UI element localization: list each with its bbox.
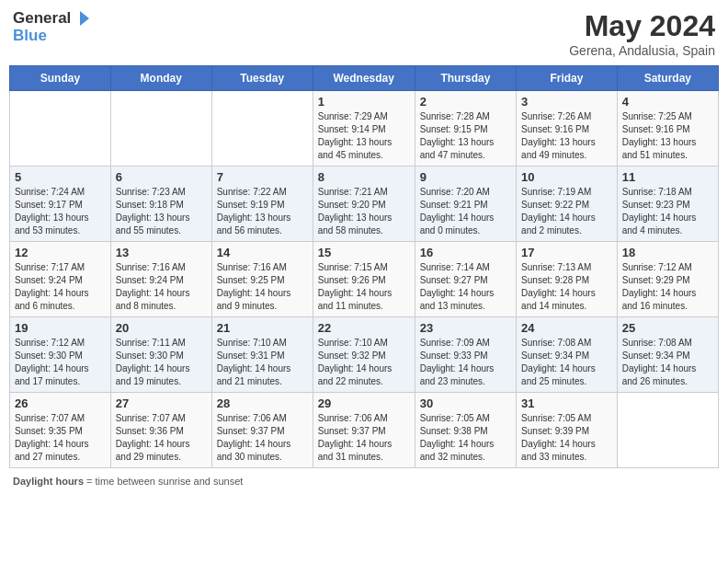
calendar-cell: 7Sunrise: 7:22 AM Sunset: 9:19 PM Daylig…	[211, 167, 313, 242]
calendar-cell: 16Sunrise: 7:14 AM Sunset: 9:27 PM Dayli…	[415, 242, 516, 317]
calendar-cell: 18Sunrise: 7:12 AM Sunset: 9:29 PM Dayli…	[617, 242, 718, 317]
day-info: Sunrise: 7:14 AM Sunset: 9:27 PM Dayligh…	[420, 261, 511, 313]
calendar-cell: 24Sunrise: 7:08 AM Sunset: 9:34 PM Dayli…	[517, 317, 618, 393]
calendar-cell: 19Sunrise: 7:12 AM Sunset: 9:30 PM Dayli…	[10, 317, 111, 393]
day-number: 7	[217, 170, 308, 184]
calendar-cell: 30Sunrise: 7:05 AM Sunset: 9:38 PM Dayli…	[415, 393, 516, 468]
calendar-cell: 10Sunrise: 7:19 AM Sunset: 9:22 PM Dayli…	[517, 167, 618, 242]
daylight-label: Daylight hours	[13, 476, 84, 487]
day-number: 6	[116, 170, 207, 184]
day-info: Sunrise: 7:07 AM Sunset: 9:35 PM Dayligh…	[15, 412, 106, 464]
weekday-header-thursday: Thursday	[415, 66, 516, 91]
day-info: Sunrise: 7:19 AM Sunset: 9:22 PM Dayligh…	[521, 186, 612, 237]
day-number: 9	[420, 170, 511, 184]
calendar-cell: 8Sunrise: 7:21 AM Sunset: 9:20 PM Daylig…	[313, 167, 415, 242]
day-info: Sunrise: 7:21 AM Sunset: 9:20 PM Dayligh…	[318, 186, 410, 237]
header: General Blue May 2024 Gerena, Andalusia,…	[9, 9, 719, 58]
day-info: Sunrise: 7:18 AM Sunset: 9:23 PM Dayligh…	[622, 186, 713, 237]
calendar-cell: 20Sunrise: 7:11 AM Sunset: 9:30 PM Dayli…	[110, 317, 211, 393]
weekday-header-sunday: Sunday	[10, 66, 111, 91]
weekday-header-friday: Friday	[517, 66, 618, 91]
day-number: 18	[622, 246, 713, 259]
day-info: Sunrise: 7:26 AM Sunset: 9:16 PM Dayligh…	[521, 110, 612, 162]
day-info: Sunrise: 7:16 AM Sunset: 9:24 PM Dayligh…	[116, 261, 207, 313]
calendar-cell: 5Sunrise: 7:24 AM Sunset: 9:17 PM Daylig…	[10, 167, 111, 242]
calendar-cell: 31Sunrise: 7:05 AM Sunset: 9:39 PM Dayli…	[517, 393, 618, 468]
day-info: Sunrise: 7:09 AM Sunset: 9:33 PM Dayligh…	[420, 337, 511, 388]
calendar-cell: 22Sunrise: 7:10 AM Sunset: 9:32 PM Dayli…	[313, 317, 415, 393]
day-number: 12	[15, 246, 106, 259]
calendar-cell: 4Sunrise: 7:25 AM Sunset: 9:16 PM Daylig…	[617, 91, 718, 167]
calendar-cell: 25Sunrise: 7:08 AM Sunset: 9:34 PM Dayli…	[617, 317, 718, 393]
day-number: 8	[318, 170, 410, 184]
calendar-cell: 2Sunrise: 7:28 AM Sunset: 9:15 PM Daylig…	[415, 91, 516, 167]
calendar-cell: 3Sunrise: 7:26 AM Sunset: 9:16 PM Daylig…	[517, 91, 618, 167]
day-info: Sunrise: 7:12 AM Sunset: 9:29 PM Dayligh…	[622, 261, 713, 313]
day-number: 25	[622, 321, 713, 335]
day-number: 29	[318, 396, 410, 410]
day-info: Sunrise: 7:10 AM Sunset: 9:32 PM Dayligh…	[318, 337, 410, 388]
day-number: 13	[116, 246, 207, 259]
day-number: 31	[521, 396, 612, 410]
calendar-cell: 27Sunrise: 7:07 AM Sunset: 9:36 PM Dayli…	[110, 393, 211, 468]
day-info: Sunrise: 7:06 AM Sunset: 9:37 PM Dayligh…	[217, 412, 308, 464]
day-number: 24	[521, 321, 612, 335]
day-number: 20	[116, 321, 207, 335]
day-number: 5	[15, 170, 106, 184]
day-number: 1	[318, 95, 410, 109]
logo: General Blue	[13, 9, 91, 45]
day-info: Sunrise: 7:07 AM Sunset: 9:36 PM Dayligh…	[116, 412, 207, 464]
day-info: Sunrise: 7:28 AM Sunset: 9:15 PM Dayligh…	[420, 110, 511, 162]
day-info: Sunrise: 7:20 AM Sunset: 9:21 PM Dayligh…	[420, 186, 511, 237]
calendar-table: SundayMondayTuesdayWednesdayThursdayFrid…	[9, 65, 719, 468]
logo-blue: Blue	[13, 27, 47, 44]
day-number: 15	[318, 246, 410, 259]
day-info: Sunrise: 7:08 AM Sunset: 9:34 PM Dayligh…	[521, 337, 612, 388]
day-info: Sunrise: 7:23 AM Sunset: 9:18 PM Dayligh…	[116, 186, 207, 237]
logo-arrow-icon	[73, 9, 91, 28]
calendar-week-row: 5Sunrise: 7:24 AM Sunset: 9:17 PM Daylig…	[10, 167, 719, 242]
day-info: Sunrise: 7:17 AM Sunset: 9:24 PM Dayligh…	[15, 261, 106, 313]
day-info: Sunrise: 7:12 AM Sunset: 9:30 PM Dayligh…	[15, 337, 106, 388]
calendar-cell: 23Sunrise: 7:09 AM Sunset: 9:33 PM Dayli…	[415, 317, 516, 393]
day-info: Sunrise: 7:25 AM Sunset: 9:16 PM Dayligh…	[622, 110, 713, 162]
calendar-cell	[10, 91, 111, 167]
day-info: Sunrise: 7:13 AM Sunset: 9:28 PM Dayligh…	[521, 261, 612, 313]
calendar-cell: 29Sunrise: 7:06 AM Sunset: 9:37 PM Dayli…	[313, 393, 415, 468]
day-number: 4	[622, 95, 713, 109]
calendar-cell: 15Sunrise: 7:15 AM Sunset: 9:26 PM Dayli…	[313, 242, 415, 317]
day-info: Sunrise: 7:08 AM Sunset: 9:34 PM Dayligh…	[622, 337, 713, 388]
logo-general: General	[13, 10, 71, 28]
calendar-cell: 17Sunrise: 7:13 AM Sunset: 9:28 PM Dayli…	[517, 242, 618, 317]
calendar-cell: 14Sunrise: 7:16 AM Sunset: 9:25 PM Dayli…	[211, 242, 313, 317]
day-number: 30	[420, 396, 511, 410]
day-info: Sunrise: 7:24 AM Sunset: 9:17 PM Dayligh…	[15, 186, 106, 237]
footer-note: Daylight hours = time between sunrise an…	[9, 476, 719, 487]
day-number: 10	[521, 170, 612, 184]
calendar-cell	[617, 393, 718, 468]
day-info: Sunrise: 7:05 AM Sunset: 9:39 PM Dayligh…	[521, 412, 612, 464]
calendar-cell	[110, 91, 211, 167]
svg-marker-0	[80, 11, 89, 26]
calendar-cell: 9Sunrise: 7:20 AM Sunset: 9:21 PM Daylig…	[415, 167, 516, 242]
weekday-header-monday: Monday	[110, 66, 211, 91]
day-info: Sunrise: 7:11 AM Sunset: 9:30 PM Dayligh…	[116, 337, 207, 388]
weekday-header-saturday: Saturday	[617, 66, 718, 91]
calendar-cell: 12Sunrise: 7:17 AM Sunset: 9:24 PM Dayli…	[10, 242, 111, 317]
day-number: 26	[15, 396, 106, 410]
calendar-cell: 21Sunrise: 7:10 AM Sunset: 9:31 PM Dayli…	[211, 317, 313, 393]
day-number: 16	[420, 246, 511, 259]
day-number: 28	[217, 396, 308, 410]
calendar-week-row: 12Sunrise: 7:17 AM Sunset: 9:24 PM Dayli…	[10, 242, 719, 317]
calendar-week-row: 1Sunrise: 7:29 AM Sunset: 9:14 PM Daylig…	[10, 91, 719, 167]
calendar-cell: 1Sunrise: 7:29 AM Sunset: 9:14 PM Daylig…	[313, 91, 415, 167]
calendar-week-row: 19Sunrise: 7:12 AM Sunset: 9:30 PM Dayli…	[10, 317, 719, 393]
day-info: Sunrise: 7:15 AM Sunset: 9:26 PM Dayligh…	[318, 261, 410, 313]
weekday-header-wednesday: Wednesday	[313, 66, 415, 91]
day-number: 23	[420, 321, 511, 335]
weekday-header-tuesday: Tuesday	[211, 66, 313, 91]
logo-container: General Blue	[13, 9, 91, 45]
calendar-cell: 6Sunrise: 7:23 AM Sunset: 9:18 PM Daylig…	[110, 167, 211, 242]
calendar-cell: 11Sunrise: 7:18 AM Sunset: 9:23 PM Dayli…	[617, 167, 718, 242]
calendar-cell: 28Sunrise: 7:06 AM Sunset: 9:37 PM Dayli…	[211, 393, 313, 468]
